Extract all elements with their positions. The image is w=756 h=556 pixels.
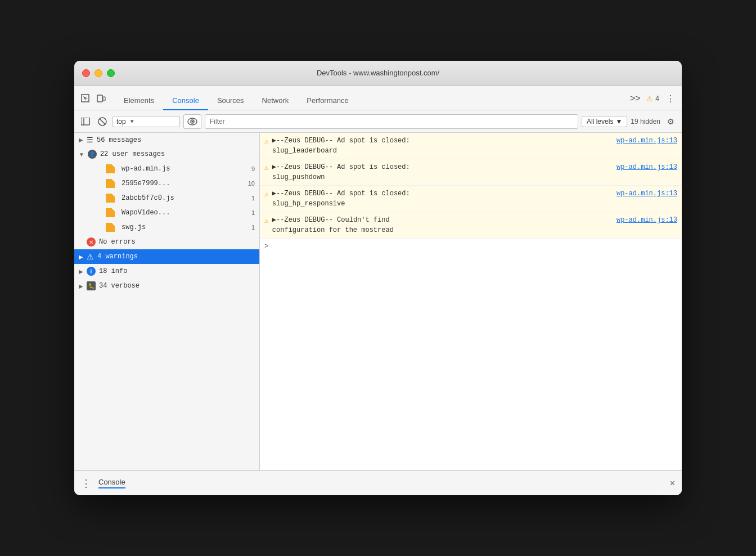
bottom-bar: ⋮ Console × <box>74 470 682 495</box>
svg-rect-3 <box>81 118 89 125</box>
sidebar-item-no-errors[interactable]: ▶ ✕ No errors <box>74 235 259 249</box>
console-prompt: > <box>264 242 269 250</box>
svg-rect-1 <box>97 95 102 102</box>
console-entry: ⚠ ▶--Zeus DEBUG-- Ad spot is closed: slu… <box>260 133 682 159</box>
warning-icon: ⚠ <box>646 95 653 103</box>
sidebar-item-messages[interactable]: ▶ ☰ 56 messages <box>74 133 259 147</box>
console-entry: ⚠ ▶--Zeus DEBUG-- Ad spot is closed: slu… <box>260 159 682 186</box>
console-source-link[interactable]: wp-ad.min.js:13 <box>616 136 677 146</box>
tabs-bar: Elements Console Sources Network Perform… <box>74 86 682 110</box>
console-sidebar: ▶ ☰ 56 messages ▼ 👤 22 user messages wp-… <box>74 133 260 470</box>
svg-point-9 <box>192 120 194 122</box>
maximize-button[interactable] <box>107 69 115 77</box>
console-input-row: > <box>260 239 682 254</box>
expand-icon: ▶ <box>79 137 83 143</box>
tab-icons <box>79 92 108 110</box>
more-tabs-button[interactable]: >> <box>628 92 642 105</box>
file-icon <box>106 164 115 173</box>
console-text: ▶--Zeus DEBUG-- Ad spot is closed: slug_… <box>272 190 410 208</box>
eye-button[interactable] <box>183 114 201 129</box>
sidebar-item-warnings[interactable]: ▶ ⚠ 4 warnings <box>74 249 259 264</box>
settings-button[interactable]: ⚙ <box>664 115 677 128</box>
console-panel: ⚠ ▶--Zeus DEBUG-- Ad spot is closed: slu… <box>260 133 682 470</box>
sidebar-item-2abcb[interactable]: 2abcb5f7c0.js 1 <box>74 191 259 205</box>
user-icon: 👤 <box>88 150 97 159</box>
sidebar-item-user-messages[interactable]: ▼ 👤 22 user messages <box>74 147 259 162</box>
minimize-button[interactable] <box>94 69 102 77</box>
svg-rect-2 <box>103 97 105 101</box>
expand-icon: ▶ <box>79 254 83 260</box>
traffic-lights <box>82 69 115 77</box>
tab-performance[interactable]: Performance <box>298 92 357 110</box>
console-source-link[interactable]: wp-ad.min.js:13 <box>616 189 677 199</box>
tab-console[interactable]: Console <box>163 92 208 110</box>
close-bottom-panel-button[interactable]: × <box>670 478 675 488</box>
context-selector[interactable]: top ▼ <box>112 116 180 127</box>
chevron-down-icon: ▼ <box>129 118 135 124</box>
console-source-link[interactable]: wp-ad.min.js:13 <box>616 215 677 225</box>
filter-input[interactable] <box>205 114 578 129</box>
tab-network[interactable]: Network <box>253 92 298 110</box>
chevron-down-icon: ▼ <box>615 118 622 125</box>
tab-sources[interactable]: Sources <box>208 92 253 110</box>
warning-badge: ⚠ 4 <box>646 95 659 103</box>
file-icon <box>106 208 115 217</box>
sidebar-item-2595e[interactable]: 2595e7999... 10 <box>74 176 259 191</box>
inspect-icon[interactable] <box>79 92 92 105</box>
error-icon: ✕ <box>87 237 96 246</box>
console-toolbar: top ▼ All levels ▼ 19 hidden ⚙ <box>74 110 682 133</box>
device-icon[interactable] <box>94 92 108 105</box>
bottom-menu-button[interactable]: ⋮ <box>81 477 92 490</box>
tab-elements[interactable]: Elements <box>115 92 163 110</box>
sidebar-item-swg[interactable]: swg.js 1 <box>74 220 259 235</box>
warning-icon: ⚠ <box>264 189 269 200</box>
console-text: ▶--Zeus DEBUG-- Couldn't find configurat… <box>272 216 394 234</box>
file-icon <box>106 194 115 203</box>
file-icon <box>106 179 115 188</box>
hidden-count: 19 hidden <box>631 118 660 125</box>
expand-icon: ▶ <box>79 268 83 275</box>
window-title: DevTools - www.washingtonpost.com/ <box>317 69 439 77</box>
expand-icon: ▶ <box>79 283 83 289</box>
sidebar-item-info[interactable]: ▶ i 18 info <box>74 264 259 279</box>
warning-icon: ⚠ <box>264 136 269 147</box>
clear-console-button[interactable] <box>96 115 109 128</box>
console-text: ▶--Zeus DEBUG-- Ad spot is closed: slug_… <box>272 137 410 155</box>
devtools-menu-button[interactable]: ⋮ <box>664 92 677 105</box>
warning-icon: ⚠ <box>264 215 269 227</box>
sidebar-toggle-button[interactable] <box>79 115 92 128</box>
tabs-right: >> ⚠ 4 ⋮ <box>628 92 677 110</box>
file-icon <box>106 223 115 232</box>
devtools-window: DevTools - www.washingtonpost.com/ Eleme… <box>74 61 682 495</box>
collapse-icon: ▼ <box>79 151 84 158</box>
sidebar-item-verbose[interactable]: ▶ 🐛 34 verbose <box>74 279 259 293</box>
sidebar-item-wapovideo[interactable]: WapoVideo... 1 <box>74 205 259 220</box>
title-bar: DevTools - www.washingtonpost.com/ <box>74 61 682 86</box>
sidebar-item-wp-ad[interactable]: wp-ad.min.js 9 <box>74 162 259 176</box>
bottom-tab-label: Console <box>98 478 125 488</box>
console-entry: ⚠ ▶--Zeus DEBUG-- Ad spot is closed: slu… <box>260 186 682 212</box>
level-selector[interactable]: All levels ▼ <box>582 116 627 127</box>
close-button[interactable] <box>82 69 90 77</box>
main-content: ▶ ☰ 56 messages ▼ 👤 22 user messages wp-… <box>74 133 682 470</box>
console-text: ▶--Zeus DEBUG-- Ad spot is closed: slug_… <box>272 163 410 181</box>
verbose-icon: 🐛 <box>87 281 96 290</box>
info-icon: i <box>87 267 96 276</box>
svg-line-6 <box>100 119 105 124</box>
warning-icon: ⚠ <box>264 162 269 174</box>
console-source-link[interactable]: wp-ad.min.js:13 <box>616 162 677 172</box>
console-entry: ⚠ ▶--Zeus DEBUG-- Couldn't find configur… <box>260 212 682 239</box>
